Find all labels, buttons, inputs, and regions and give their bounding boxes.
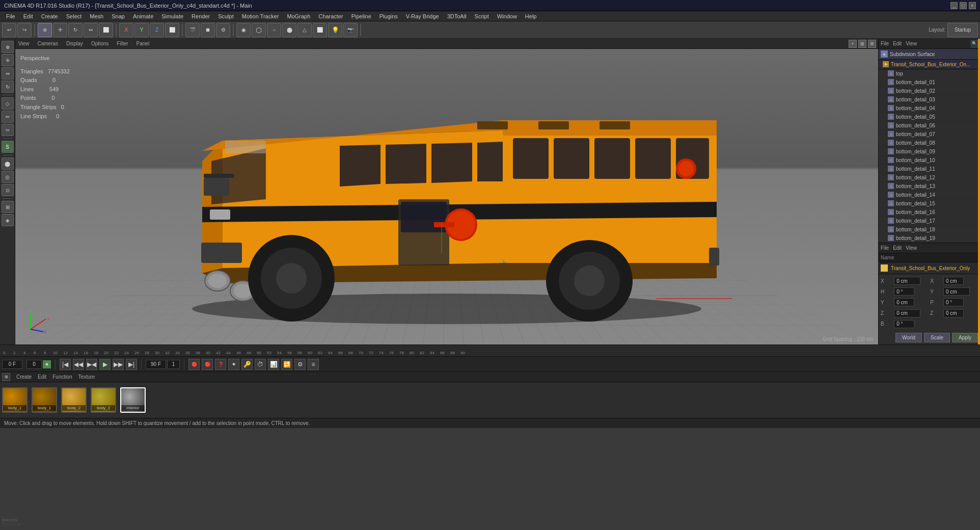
obj-mgr-file[interactable]: File <box>881 41 889 46</box>
tree-item-15[interactable]: △ bottom_detail_16 <box>879 208 980 217</box>
viewport-menu-filter[interactable]: Filter <box>117 41 128 46</box>
tree-item-0[interactable]: △ bottom_detail_01 <box>879 78 980 87</box>
pb-mode-btn-2[interactable]: 🔴 <box>202 359 213 370</box>
material-item-4[interactable]: interior <box>120 387 146 413</box>
attr-b-input[interactable] <box>894 320 914 328</box>
viewport-layout-button[interactable]: ⊞ <box>858 40 866 48</box>
attr-view[interactable]: View <box>906 245 917 251</box>
attr-file[interactable]: File <box>881 245 889 251</box>
tool-select[interactable]: ⊕ <box>2 41 14 53</box>
go-to-start-button[interactable]: |◀ <box>60 359 71 370</box>
attr-z-pos-input[interactable] <box>894 309 920 317</box>
scale-button[interactable]: Scale <box>924 333 950 342</box>
x-axis-button[interactable]: X <box>119 23 133 37</box>
viewport-menu-display[interactable]: Display <box>66 41 83 46</box>
coord-system-button[interactable]: ⬜ <box>165 23 179 37</box>
menu-mograph[interactable]: MoGraph <box>283 12 314 20</box>
tree-item-2[interactable]: △ bottom_detail_03 <box>879 95 980 104</box>
viewport-menu-cameras[interactable]: Cameras <box>38 41 59 46</box>
menu-mesh[interactable]: Mesh <box>86 12 107 20</box>
world-button[interactable]: World <box>895 333 922 342</box>
pb-mode-btn-3[interactable]: ❓ <box>215 359 226 370</box>
obj-mgr-edit[interactable]: Edit <box>893 41 902 46</box>
tree-item-18[interactable]: △ bottom_detail_19 <box>879 234 980 243</box>
menu-animate[interactable]: Animate <box>129 12 157 20</box>
material-item-2[interactable]: body_2 <box>61 387 87 413</box>
attributes-object-row[interactable]: Transit_School_Bus_Exterior_Only <box>879 262 980 274</box>
render-region-button[interactable]: 🎬 <box>185 23 200 37</box>
menu-sculpt[interactable]: Sculpt <box>214 12 238 20</box>
attr-y-pos-input[interactable] <box>943 287 970 296</box>
tree-item-14[interactable]: △ bottom_detail_15 <box>879 199 980 208</box>
menu-plugins[interactable]: Plugins <box>375 12 402 20</box>
menu-vray-bridge[interactable]: V-Ray Bridge <box>402 12 443 20</box>
tree-item-10[interactable]: △ bottom_detail_11 <box>879 165 980 173</box>
mat-create[interactable]: Create <box>16 374 32 380</box>
attr-y-size-input[interactable] <box>894 298 914 306</box>
pb-motion-btn[interactable]: ✦ <box>228 359 239 370</box>
rotate-tool-button[interactable]: ↻ <box>68 23 83 37</box>
tool-paint[interactable]: ✏ <box>2 111 14 123</box>
viewport-maximize-button[interactable]: + <box>849 40 857 48</box>
frame-end-input[interactable] <box>146 360 166 369</box>
light-button[interactable]: 💡 <box>328 23 342 37</box>
menu-3dtoall[interactable]: 3DToAll <box>443 12 471 20</box>
tree-item-1[interactable]: △ bottom_detail_02 <box>879 87 980 95</box>
timeline-ruler[interactable]: 0 2 4 6 8 10 12 14 16 18 20 22 24 26 28 … <box>2 345 978 356</box>
pb-loop-btn[interactable]: 🔁 <box>281 359 292 370</box>
play-button[interactable]: ▶ <box>99 359 111 370</box>
maximize-button[interactable]: □ <box>960 2 967 9</box>
plane-button[interactable]: ⬜ <box>313 23 327 37</box>
menu-render[interactable]: Render <box>187 12 214 20</box>
material-item-3[interactable]: body_2 <box>91 387 116 413</box>
tree-item-9[interactable]: △ bottom_detail_10 <box>879 156 980 165</box>
redo-button[interactable]: ↪ <box>17 23 32 37</box>
tree-item-6[interactable]: △ bottom_detail_07 <box>879 130 980 139</box>
cylinder-button[interactable]: ⬤ <box>282 23 296 37</box>
menu-snap[interactable]: Snap <box>107 12 129 20</box>
render-settings-button[interactable]: ⚙ <box>216 23 230 37</box>
close-button[interactable]: × <box>969 2 976 9</box>
tree-item-16[interactable]: △ bottom_detail_17 <box>879 217 980 225</box>
fps-input[interactable] <box>167 360 180 369</box>
frame-start-input[interactable] <box>26 360 42 369</box>
pb-key-btn[interactable]: 🔑 <box>241 359 253 370</box>
tool-deform[interactable]: ◈ <box>2 214 14 226</box>
attr-p-input[interactable] <box>943 298 964 306</box>
tree-item-5[interactable]: △ bottom_detail_06 <box>879 121 980 130</box>
material-item-0[interactable]: body_1 <box>2 387 28 413</box>
undo-button[interactable]: ↩ <box>2 23 16 37</box>
obj-mgr-search-icon[interactable]: 🔍 <box>971 40 978 47</box>
pb-graph-btn[interactable]: 📊 <box>268 359 279 370</box>
subdivision-surface-item[interactable]: ◈ Subdivision Surface <box>879 49 980 60</box>
tool-polygon[interactable]: ◇ <box>2 97 14 110</box>
menu-select[interactable]: Select <box>62 12 86 20</box>
attr-x-pos-input[interactable] <box>894 277 920 285</box>
tool-brush[interactable]: ⬤ <box>2 157 14 170</box>
camera-button[interactable]: 📷 <box>343 23 358 37</box>
current-frame-input[interactable] <box>2 360 22 369</box>
tool-grid[interactable]: ⊞ <box>2 201 14 213</box>
obj-mgr-view[interactable]: View <box>906 41 917 46</box>
viewport-menu-panel[interactable]: Panel <box>137 41 150 46</box>
select-all-button[interactable]: ⬜ <box>99 23 113 37</box>
tool-rotate[interactable]: ↻ <box>2 81 14 93</box>
viewport-canvas[interactable]: Perspective Triangles 7745332 Quads 0 Li… <box>15 49 878 344</box>
attr-z-size-input[interactable] <box>943 309 964 317</box>
root-object-item[interactable]: ▶ Transit_School_Bus_Exterior_On... <box>879 60 980 69</box>
tool-move[interactable]: ✛ <box>2 54 14 66</box>
menu-create[interactable]: Create <box>37 12 62 20</box>
tree-item-3[interactable]: △ bottom_detail_04 <box>879 104 980 113</box>
minimize-button[interactable]: _ <box>950 2 958 9</box>
menu-character[interactable]: Character <box>314 12 347 20</box>
menu-help[interactable]: Help <box>521 12 541 20</box>
sphere-button[interactable]: ○ <box>267 23 281 37</box>
menu-file[interactable]: File <box>2 12 19 20</box>
tool-knife[interactable]: ✂ <box>2 124 14 136</box>
y-axis-button[interactable]: Y <box>134 23 149 37</box>
mat-function[interactable]: Function <box>52 374 72 380</box>
tool-smooth[interactable]: ◎ <box>2 171 14 183</box>
step-forward-button[interactable]: ▶◀ <box>86 359 97 370</box>
tool-grab[interactable]: ⊙ <box>2 184 14 196</box>
menu-script[interactable]: Script <box>471 12 493 20</box>
